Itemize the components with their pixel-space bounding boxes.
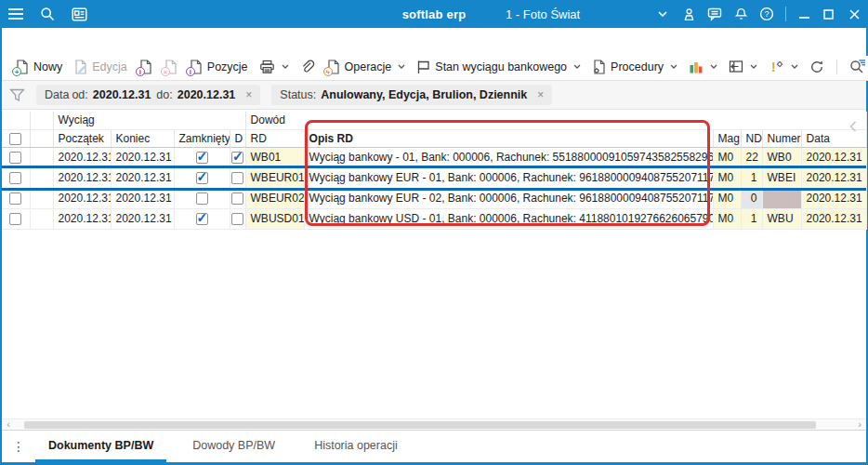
zamkniety-checkbox[interactable]: [196, 152, 208, 164]
document-info-icon: i: [138, 60, 152, 74]
alerts-settings-button[interactable]: !: [763, 57, 804, 77]
table-row[interactable]: 2020.12.31 2020.12.31 WBUSD01 Wyciąg ban…: [2, 208, 866, 229]
funnel-icon[interactable]: [9, 88, 25, 102]
col-koniec[interactable]: Koniec: [111, 129, 174, 147]
filter-bar: Data od: 2020.12.31 do: 2020.12.31 × Sta…: [2, 81, 866, 110]
tab-dokumenty-bp-bw[interactable]: Dokumenty BP/BW: [35, 431, 166, 462]
edit-button[interactable]: Edycja: [68, 57, 133, 77]
maximize-icon[interactable]: [816, 0, 840, 28]
chevron-left-icon[interactable]: [849, 121, 857, 132]
attachments-button[interactable]: [295, 57, 321, 77]
svg-text:?: ?: [764, 9, 769, 19]
col-numer[interactable]: Numer: [762, 129, 801, 147]
d-checkbox[interactable]: [231, 172, 243, 184]
paperclip-icon: [300, 60, 315, 74]
opis-rd-cell: Wyciąg bankowy EUR - 01, Bank: 000006, R…: [304, 167, 713, 188]
filter-chip-date: Data od: 2020.12.31 do: 2020.12.31 ×: [36, 85, 260, 105]
chat-icon[interactable]: [702, 0, 728, 28]
window-body: Wyciągi bankowe ⋮ + Nowy Edycja: [0, 28, 868, 465]
document-gear-icon: [592, 60, 606, 74]
kebab-menu-icon[interactable]: ⋮: [2, 439, 35, 454]
blocked-cell: [762, 188, 801, 208]
col-poczatek[interactable]: Początek: [53, 129, 111, 147]
app-title: softlab erp: [402, 7, 467, 21]
group-header-wyciag: Wyciąg: [53, 112, 245, 129]
zamkniety-checkbox[interactable]: [196, 172, 208, 184]
col-zamkniety[interactable]: Zamknięty: [174, 129, 230, 147]
scrollbar-thumb[interactable]: [24, 421, 816, 429]
titlebar-separator: [785, 7, 786, 21]
col-nd[interactable]: ND: [741, 129, 762, 147]
printer-icon: [259, 60, 275, 74]
row-checkbox[interactable]: [9, 193, 21, 205]
zamkniety-checkbox[interactable]: [196, 193, 208, 205]
col-opis-rd[interactable]: Opis RD: [304, 129, 713, 147]
news-icon[interactable]: [63, 0, 95, 28]
row-checkbox[interactable]: [9, 152, 21, 164]
chevron-down-icon: [398, 64, 405, 69]
group-header-row: Wyciąg Dowód: [2, 112, 866, 129]
dock-left-icon: [729, 60, 743, 73]
d-checkbox[interactable]: [231, 193, 243, 205]
d-checkbox[interactable]: [231, 152, 243, 164]
column-header-row: Początek Koniec Zamknięty D RD Opis RD M…: [2, 129, 866, 147]
col-d[interactable]: D: [230, 129, 245, 147]
toolbar-separator: [836, 60, 837, 74]
horizontal-scrollbar[interactable]: ‹ ›: [2, 418, 866, 430]
row-checkbox[interactable]: [9, 172, 21, 184]
company-selector[interactable]: 1 - Foto Świat: [502, 0, 671, 28]
chart-view-button[interactable]: [683, 57, 723, 77]
scroll-left-icon[interactable]: ‹: [2, 419, 15, 430]
bottom-tab-bar: ⋮ Dokumenty BP/BW Dowody BP/BW Historia …: [2, 430, 866, 462]
document-delete-button[interactable]: ×: [158, 57, 183, 77]
search-icon[interactable]: [32, 0, 63, 28]
row-checkbox[interactable]: [9, 213, 21, 225]
chevron-down-icon: [670, 64, 677, 69]
document-positions-icon: i: [189, 60, 203, 74]
flag-icon: [416, 60, 430, 74]
zamkniety-checkbox[interactable]: [196, 213, 208, 225]
col-rd[interactable]: RD: [245, 129, 304, 147]
bank-statement-state-button[interactable]: Stan wyciągu bankowego: [411, 57, 586, 77]
chip-close-icon[interactable]: ×: [537, 88, 544, 101]
opis-rd-cell: Wyciąg bankowy - 01, Bank: 000006, Rachu…: [304, 147, 713, 167]
print-button[interactable]: [254, 57, 295, 77]
chevron-down-icon: [658, 11, 667, 17]
company-name: 1 - Foto Świat: [506, 7, 580, 21]
search-filter-button[interactable]: [844, 56, 868, 77]
bell-icon[interactable]: [728, 0, 754, 28]
chip-close-icon[interactable]: ×: [245, 88, 252, 101]
close-icon[interactable]: [840, 0, 868, 28]
tab-dowody-bp-bw[interactable]: Dowody BP/BW: [179, 431, 288, 462]
procedures-button[interactable]: Procedury: [586, 57, 683, 77]
toolbar-right: !: [683, 56, 868, 77]
opis-rd-cell: Wyciąg bankowy EUR - 02, Bank: 000006, R…: [304, 188, 713, 208]
titlebar-right-icons: ?: [676, 0, 868, 28]
d-checkbox[interactable]: [231, 213, 243, 225]
opis-rd-cell: Wyciąg bankowy USD - 01, Bank: 000006, R…: [304, 208, 713, 229]
positions-button[interactable]: i Pozycje: [183, 57, 254, 77]
minimize-icon[interactable]: [792, 0, 816, 28]
operations-button[interactable]: ϟ Operacje: [321, 57, 412, 77]
filter-chip-status: Status: Anulowany, Edycja, Brulion, Dzie…: [271, 85, 552, 105]
table-row[interactable]: 2020.12.31 2020.12.31 WB01 Wyciąg bankow…: [2, 147, 866, 167]
chevron-down-icon: [750, 64, 757, 69]
titlebar: softlab erp 1 - Foto Świat ?: [0, 0, 868, 28]
user-icon[interactable]: [676, 0, 702, 28]
table-row[interactable]: 2020.12.31 2020.12.31 WBEUR02 Wyciąg ban…: [2, 188, 866, 208]
col-mag[interactable]: Mag: [713, 129, 741, 147]
table-row-selected[interactable]: 2020.12.31 2020.12.31 WBEUR01 Wyciąg ban…: [2, 167, 866, 188]
alert-gear-icon: !: [769, 60, 784, 74]
tab-historia-operacji[interactable]: Historia operacji: [301, 431, 411, 462]
new-button[interactable]: + Nowy: [9, 57, 68, 77]
document-info-button[interactable]: i: [133, 57, 158, 77]
dock-panel-button[interactable]: [723, 57, 763, 76]
help-icon[interactable]: ?: [754, 0, 780, 28]
group-header-dowod: Dowód: [245, 112, 866, 129]
row-indicator-column: [30, 129, 53, 147]
select-all-checkbox[interactable]: [9, 133, 21, 145]
hamburger-icon[interactable]: [0, 0, 32, 28]
scroll-right-icon[interactable]: ›: [853, 419, 866, 430]
search-filter-icon: [849, 59, 866, 74]
refresh-button[interactable]: [804, 57, 830, 77]
